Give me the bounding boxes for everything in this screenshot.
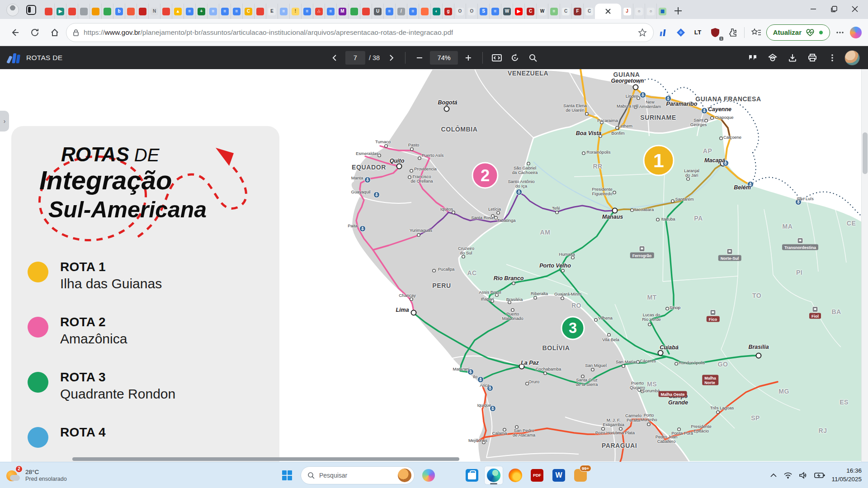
- back-button[interactable]: [6, 24, 24, 41]
- battery-icon[interactable]: [814, 472, 825, 479]
- browser-tab[interactable]: ≡: [383, 4, 395, 19]
- horizontal-scrollbar-thumb[interactable]: [72, 457, 459, 461]
- comments-button[interactable]: [745, 50, 760, 66]
- new-tab-button[interactable]: [672, 5, 684, 17]
- close-tab-icon[interactable]: [604, 8, 612, 15]
- browser-tab[interactable]: ≡: [207, 4, 219, 19]
- browser-tab[interactable]: W: [501, 4, 513, 19]
- browser-tab[interactable]: ◐: [430, 4, 442, 19]
- account-avatar[interactable]: [844, 50, 860, 66]
- volume-icon[interactable]: [799, 472, 808, 479]
- zoom-out-button[interactable]: [412, 50, 427, 66]
- browser-tab[interactable]: [66, 4, 78, 19]
- more-options-icon[interactable]: [833, 25, 847, 40]
- browser-tab[interactable]: C: [524, 4, 536, 19]
- taskbar-app-pdf[interactable]: PDF: [528, 466, 547, 485]
- browser-tab[interactable]: E: [266, 4, 278, 19]
- browser-tab[interactable]: C: [583, 4, 595, 19]
- previous-page-button[interactable]: [327, 50, 343, 66]
- weather-widget[interactable]: 2 28°C Pred ensolarado: [5, 468, 67, 483]
- browser-tab[interactable]: [254, 4, 266, 19]
- browser-tab[interactable]: !: [289, 4, 301, 19]
- minimize-button[interactable]: [803, 0, 824, 18]
- browser-profile-avatar[interactable]: [6, 4, 19, 16]
- start-button[interactable]: [278, 466, 296, 484]
- browser-tab[interactable]: ▦: [656, 4, 668, 19]
- browser-tab[interactable]: ○: [633, 4, 645, 19]
- adblock-extension-icon[interactable]: 1: [708, 25, 722, 40]
- browser-tab[interactable]: ≡: [325, 4, 336, 19]
- update-browser-button[interactable]: Atualizar: [766, 24, 830, 41]
- browser-tab[interactable]: [90, 4, 101, 19]
- browser-tab[interactable]: g: [442, 4, 454, 19]
- taskbar-search[interactable]: Pesquisar: [301, 466, 415, 484]
- browser-tab[interactable]: N: [148, 4, 160, 19]
- browser-tab[interactable]: ≡: [184, 4, 195, 19]
- browser-tab[interactable]: ▲: [172, 4, 184, 19]
- browser-tab[interactable]: [419, 4, 430, 19]
- browser-tab[interactable]: [125, 4, 137, 19]
- browser-tab[interactable]: [101, 4, 113, 19]
- browser-tab[interactable]: ≡: [407, 4, 419, 19]
- browser-tab[interactable]: J: [621, 4, 633, 19]
- browser-tab[interactable]: [160, 4, 172, 19]
- print-button[interactable]: [805, 50, 820, 66]
- address-bar[interactable]: https://www.gov.br/planejamento/pt-br/as…: [66, 23, 654, 42]
- browser-tab[interactable]: [137, 4, 148, 19]
- search-highlight-image[interactable]: [398, 469, 411, 482]
- browser-tab[interactable]: C: [242, 4, 254, 19]
- browser-tab[interactable]: O: [466, 4, 477, 19]
- url-text[interactable]: https://www.gov.br/planejamento/pt-br/as…: [84, 28, 453, 37]
- next-page-button[interactable]: [383, 50, 399, 66]
- browser-tab[interactable]: ∴: [313, 4, 325, 19]
- vertical-scrollbar-thumb[interactable]: [863, 132, 868, 174]
- fit-to-width-button[interactable]: [489, 50, 505, 66]
- browser-tab[interactable]: W: [536, 4, 548, 19]
- stats-extension-icon[interactable]: [656, 25, 671, 40]
- rotate-button[interactable]: [507, 50, 523, 66]
- browser-tab[interactable]: b: [113, 4, 125, 19]
- browser-tab[interactable]: ○: [645, 4, 656, 19]
- browser-tab[interactable]: S: [477, 4, 489, 19]
- close-window-button[interactable]: [844, 0, 865, 18]
- browser-tab[interactable]: ≡: [219, 4, 231, 19]
- zoom-in-button[interactable]: [461, 50, 476, 66]
- languagetool-extension-icon[interactable]: LT: [691, 25, 705, 40]
- browser-tab[interactable]: [360, 4, 372, 19]
- taskbar-app-copilot[interactable]: [419, 466, 438, 485]
- refresh-button[interactable]: [26, 24, 43, 41]
- browser-tab[interactable]: ≡: [278, 4, 289, 19]
- browser-tab[interactable]: M: [336, 4, 348, 19]
- zoom-level-value[interactable]: 74%: [430, 51, 458, 65]
- taskbar-app-store[interactable]: [462, 466, 481, 485]
- browser-tab[interactable]: O: [454, 4, 466, 19]
- browser-tab[interactable]: U: [372, 4, 383, 19]
- taskbar-app-chat[interactable]: 99+: [571, 466, 590, 485]
- sidebar-expand-tab[interactable]: ›: [0, 111, 9, 131]
- vertical-scrollbar[interactable]: [861, 69, 868, 462]
- browser-tab[interactable]: +: [195, 4, 207, 19]
- horizontal-scrollbar[interactable]: [0, 456, 861, 462]
- maximize-button[interactable]: [824, 0, 844, 18]
- taskbar-app-explorer[interactable]: [441, 466, 460, 485]
- browser-tab[interactable]: ≡: [489, 4, 501, 19]
- wifi-icon[interactable]: [783, 472, 793, 479]
- clock[interactable]: 16:36 11/05/2025: [831, 467, 862, 483]
- home-button[interactable]: [46, 24, 63, 41]
- browser-tab[interactable]: F: [571, 4, 583, 19]
- browser-tab[interactable]: ≡: [231, 4, 242, 19]
- browser-tab[interactable]: /: [395, 4, 407, 19]
- browser-tab[interactable]: [348, 4, 360, 19]
- taskbar-app-edge[interactable]: [484, 466, 503, 485]
- active-tab[interactable]: [595, 4, 621, 19]
- extensions-puzzle-icon[interactable]: [725, 25, 740, 40]
- diamond-extension-icon[interactable]: [674, 25, 688, 40]
- tab-switcher-icon[interactable]: [26, 5, 36, 15]
- more-actions-button[interactable]: [825, 50, 840, 66]
- browser-tab[interactable]: ▶: [513, 4, 524, 19]
- taskbar-app-firefox[interactable]: [506, 466, 525, 485]
- copilot-icon[interactable]: [850, 27, 862, 38]
- browser-tab[interactable]: [78, 4, 90, 19]
- browser-tab[interactable]: ≡: [301, 4, 313, 19]
- download-button[interactable]: [785, 50, 800, 66]
